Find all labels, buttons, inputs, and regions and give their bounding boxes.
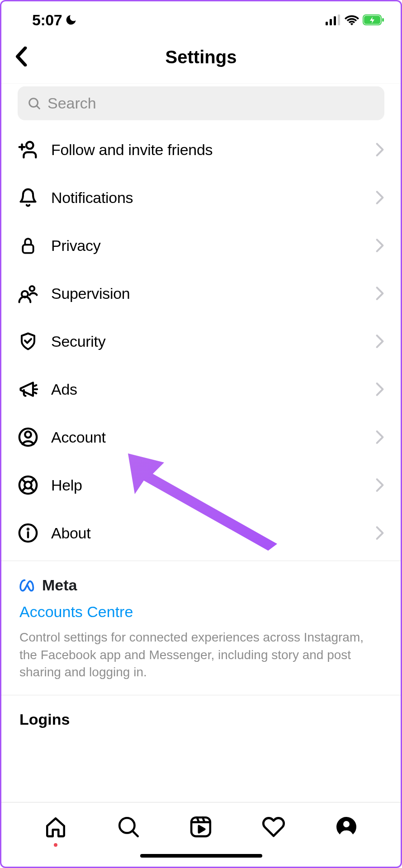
page-title: Settings	[166, 47, 237, 67]
nav-notification-dot	[54, 843, 57, 847]
chevron-right-icon	[375, 142, 384, 157]
svg-rect-3	[338, 14, 340, 25]
lifebuoy-icon	[18, 475, 38, 495]
chevron-right-icon	[375, 382, 384, 396]
nav-search[interactable]	[115, 813, 142, 840]
home-indicator	[1, 845, 401, 867]
svg-marker-35	[199, 826, 205, 833]
meta-brand: Meta	[19, 576, 383, 594]
nav-activity[interactable]	[260, 813, 287, 840]
menu-item-help[interactable]: Help	[1, 461, 401, 509]
chevron-right-icon	[375, 190, 384, 205]
lock-icon	[18, 235, 38, 256]
svg-line-8	[37, 106, 39, 108]
home-bar	[140, 854, 262, 858]
accounts-centre-link[interactable]: Accounts Centre	[19, 603, 383, 621]
menu-label: Follow and invite friends	[51, 141, 363, 159]
svg-point-14	[30, 286, 35, 291]
status-left: 5:07	[32, 11, 77, 29]
bell-icon	[18, 187, 38, 208]
search-box[interactable]	[18, 86, 384, 120]
profile-icon	[336, 816, 357, 838]
wifi-icon	[345, 14, 359, 25]
svg-point-9	[26, 142, 33, 149]
search-input[interactable]	[47, 94, 374, 112]
menu-label: Help	[51, 476, 363, 494]
megaphone-icon	[18, 379, 38, 400]
heart-icon	[262, 815, 285, 839]
menu-item-account[interactable]: Account	[1, 413, 401, 461]
svg-rect-0	[326, 22, 328, 25]
shield-check-icon	[18, 331, 38, 352]
chevron-right-icon	[375, 238, 384, 253]
nav-home[interactable]	[42, 813, 69, 840]
menu-item-privacy[interactable]: Privacy	[1, 222, 401, 269]
menu-label: Supervision	[51, 285, 363, 302]
menu-label: Privacy	[51, 237, 363, 255]
status-time: 5:07	[32, 11, 62, 29]
menu-item-security[interactable]: Security	[1, 317, 401, 365]
svg-rect-6	[382, 18, 384, 22]
svg-line-24	[30, 479, 34, 482]
meta-logo-icon	[19, 579, 38, 592]
menu-item-about[interactable]: About	[1, 509, 401, 557]
search-icon	[117, 816, 140, 838]
status-bar: 5:07	[1, 1, 401, 33]
person-plus-icon	[18, 139, 38, 160]
meta-description: Control settings for connected experienc…	[19, 629, 383, 681]
menu-item-ads[interactable]: Ads	[1, 365, 401, 413]
home-icon	[44, 816, 67, 838]
moon-icon	[65, 14, 77, 26]
search-container	[1, 84, 401, 126]
svg-line-30	[132, 831, 137, 836]
svg-point-28	[28, 528, 28, 529]
menu-item-notifications[interactable]: Notifications	[1, 174, 401, 222]
nav-reels[interactable]	[187, 813, 214, 840]
bottom-nav	[1, 802, 401, 845]
chevron-right-icon	[375, 286, 384, 301]
menu-label: Account	[51, 429, 363, 446]
search-icon	[28, 97, 41, 110]
logins-title: Logins	[19, 711, 383, 728]
battery-charging-icon	[363, 14, 384, 25]
svg-point-19	[25, 432, 31, 438]
back-button[interactable]	[14, 47, 29, 68]
logins-section: Logins	[1, 695, 401, 744]
menu-label: Security	[51, 333, 363, 350]
chevron-left-icon	[14, 47, 29, 66]
user-circle-icon	[18, 427, 38, 448]
svg-line-23	[30, 487, 34, 491]
svg-rect-1	[330, 19, 332, 25]
svg-line-15	[35, 385, 37, 386]
chevron-right-icon	[375, 526, 384, 540]
chevron-right-icon	[375, 334, 384, 349]
svg-line-22	[22, 479, 25, 482]
svg-point-37	[343, 821, 350, 827]
status-right	[326, 14, 384, 25]
menu-item-follow-invite[interactable]: Follow and invite friends	[1, 126, 401, 174]
svg-line-25	[22, 487, 25, 491]
meta-brand-label: Meta	[42, 576, 77, 594]
people-icon	[18, 283, 38, 304]
chevron-right-icon	[375, 478, 384, 492]
menu-item-supervision[interactable]: Supervision	[1, 269, 401, 317]
reels-icon	[189, 816, 212, 838]
header: Settings	[1, 33, 401, 84]
svg-rect-12	[23, 245, 33, 253]
svg-rect-2	[334, 16, 336, 25]
cellular-icon	[326, 14, 341, 25]
meta-section: Meta Accounts Centre Control settings fo…	[1, 561, 401, 695]
nav-profile[interactable]	[333, 813, 360, 840]
info-icon	[18, 523, 38, 543]
menu-label: Ads	[51, 381, 363, 398]
menu-label: About	[51, 524, 363, 542]
svg-line-17	[35, 392, 37, 393]
menu-list: Follow and invite friends Notifications …	[1, 126, 401, 802]
chevron-right-icon	[375, 430, 384, 444]
menu-label: Notifications	[51, 189, 363, 207]
